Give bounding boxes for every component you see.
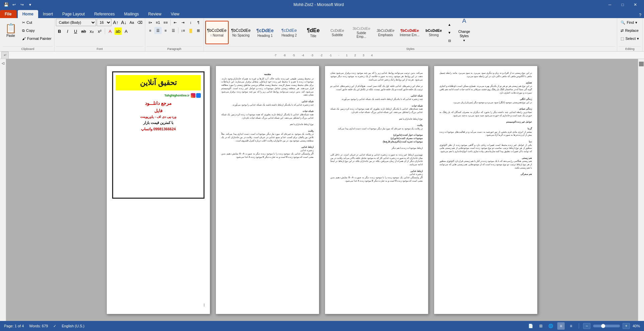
align-left-btn[interactable]: ≡ (147, 27, 154, 34)
style-strong[interactable]: bCcDdEe Strong (422, 21, 446, 44)
status-divider (579, 323, 579, 329)
style-intense-emp[interactable]: ¶bCcDdEe Intense Em... (398, 21, 421, 44)
zoom-in-btn[interactable]: + (623, 323, 630, 329)
style-intense-emp-text: ¶bCcDdEe (400, 28, 419, 32)
bullets-btn[interactable]: ≡• (147, 19, 154, 26)
web-layout-btn[interactable]: 🌐 (547, 322, 555, 330)
full-screen-btn[interactable]: ⊞ (537, 322, 545, 330)
sort-btn[interactable]: ↕ (187, 19, 194, 26)
page1-frame: تحقیق آنلاین Tahghighonline.ir مرجع دانل… (112, 71, 205, 199)
customize-quick-btn[interactable]: ▾ (27, 1, 33, 8)
tab-references[interactable]: References (89, 10, 119, 18)
borders-btn[interactable]: ⊞ (195, 27, 202, 34)
style-normal[interactable]: ¶bCcDdEe ↑ Normal (205, 21, 229, 44)
scroll-up-btn[interactable] (639, 62, 644, 66)
numbering-btn[interactable]: ≡1 (154, 19, 162, 26)
zoom-thumb[interactable] (601, 324, 605, 328)
style-emphasis[interactable]: 3bCcDdEe Emphasis (374, 21, 397, 44)
outline-view-btn[interactable]: ≡ (557, 322, 565, 330)
page-2: مقدمه در محیط زیستی طبیعی غیر زنده مانند… (216, 66, 319, 314)
print-layout-btn[interactable]: 📄 (527, 322, 535, 330)
superscript-button[interactable]: x² (96, 27, 103, 35)
yellow-advertisement-box: تحقیق آنلاین (116, 75, 201, 90)
justify-btn[interactable]: ☰ (170, 27, 177, 34)
increase-indent-btn[interactable]: ⇥ (179, 19, 187, 26)
ruler-corner-btn[interactable]: ↵ (1, 52, 9, 59)
replace-button[interactable]: ⇄ Replace (619, 27, 640, 34)
page1-cursor: | (204, 303, 205, 307)
redo-quick-btn[interactable]: ↪ (19, 1, 25, 8)
undo-quick-btn[interactable]: ↩ (11, 1, 17, 8)
line-spacing-btn[interactable]: ↕≡ (179, 27, 187, 34)
change-case-btn[interactable]: Aa (128, 19, 136, 26)
zoom-slider[interactable] (593, 325, 620, 327)
select-button[interactable]: ⬚ Select ▾ (619, 35, 641, 42)
page4-content: در این نوع زیستی نه از افراد و نه زیان و… (439, 71, 532, 176)
paste-button[interactable]: 📋 Paste (3, 19, 19, 42)
decrease-indent-btn[interactable]: ⇤ (172, 19, 179, 26)
zoom-level[interactable]: 40% (633, 324, 640, 328)
align-right-btn[interactable]: ≡ (162, 27, 169, 34)
document-area[interactable]: تحقیق آنلاین Tahghighonline.ir مرجع دانل… (6, 59, 638, 321)
tab-review[interactable]: Review (144, 10, 166, 18)
draft-view-btn[interactable]: ≡ (567, 322, 575, 330)
style-subtle-emp[interactable]: 3bCcDdEe Subtle Emp... (350, 21, 373, 44)
change-styles-icon: A (462, 19, 466, 24)
font-name-select[interactable]: Calibri (Body) (56, 19, 96, 26)
style-heading2[interactable]: ¶cDdEe Heading 2 (277, 21, 301, 44)
increase-font-btn[interactable]: A↑ (112, 19, 119, 26)
save-quick-btn[interactable]: 💾 (3, 1, 9, 8)
shading-btn[interactable]: ▓ (187, 27, 194, 34)
show-marks-btn[interactable]: ¶ (195, 19, 202, 26)
multilevel-btn[interactable]: ≡≡ (162, 19, 169, 26)
style-heading1[interactable]: ¶cDdEe Heading 1 (253, 21, 277, 44)
styles-scroll-up[interactable]: ▲ (447, 21, 452, 28)
status-bar: Page: 1 of 4 Words: 679 ✓ English (U.S.)… (0, 321, 644, 331)
align-center-btn[interactable]: ☰ (154, 27, 162, 34)
style-subtitle[interactable]: CcDdEe Subtitle (326, 21, 349, 44)
strikethrough-button[interactable]: ab (80, 27, 87, 35)
cut-button[interactable]: ✂ Cut (21, 19, 53, 26)
highlight-btn[interactable]: ab (114, 27, 122, 35)
close-btn[interactable]: ✕ (629, 1, 641, 8)
spell-check-icon[interactable]: ✓ (53, 324, 56, 328)
styles-expand[interactable]: ⊟ (447, 37, 452, 44)
font-color-btn[interactable]: A (106, 27, 114, 35)
underline-button[interactable]: U (72, 27, 79, 35)
copy-button[interactable]: ⧉ Copy (21, 27, 53, 34)
left-sidebar-toggle[interactable]: ◁ (0, 60, 6, 66)
tab-view[interactable]: View (166, 10, 184, 18)
clear-format-btn[interactable]: ⌫ (136, 19, 144, 26)
page2-heading: مقدمه (221, 73, 314, 76)
tab-page-layout[interactable]: Page Layout (58, 10, 89, 18)
subscript-button[interactable]: x₂ (88, 27, 95, 35)
minimize-btn[interactable]: ─ (604, 1, 616, 8)
italic-button[interactable]: I (64, 27, 71, 35)
find-button[interactable]: 🔍 Find ▾ (619, 19, 639, 26)
zoom-out-btn[interactable]: − (583, 323, 590, 329)
font-size-select[interactable]: 16 (97, 19, 111, 26)
language-indicator[interactable]: English (U.S.) (62, 324, 84, 328)
style-title[interactable]: ¶dEe Title (302, 21, 325, 44)
page1-taglines: مرجع دانلـــود فایل ورد-پی دی اف - پاورپ… (116, 99, 201, 133)
tab-mailings[interactable]: Mailings (119, 10, 144, 18)
change-styles-button[interactable]: Change Styles ▾ (454, 24, 474, 47)
format-painter-button[interactable]: 🖌 Format Painter (21, 35, 53, 42)
styles-scroll-down[interactable]: ▼ (447, 29, 452, 36)
help-btn[interactable]: ? (639, 13, 641, 17)
left-sidebar: ◁ (0, 59, 6, 321)
tab-home[interactable]: Home (18, 10, 38, 18)
bold-button[interactable]: B (56, 27, 63, 35)
style-heading2-label: Heading 2 (281, 34, 297, 37)
decrease-font-btn[interactable]: A↓ (120, 19, 128, 26)
tab-file[interactable]: File (0, 10, 16, 18)
text-effects-btn[interactable]: A (123, 27, 130, 35)
style-no-spacing[interactable]: ¶bCcDdEe No Spacing (229, 21, 253, 44)
maximize-btn[interactable]: □ (617, 1, 629, 8)
editing-group: 🔍 Find ▾ ⇄ Replace ⬚ Select ▾ Editing (617, 18, 643, 51)
page-4: در این نوع زیستی نه از افراد و نه زیان و… (434, 66, 538, 314)
paragraph-group: ≡• ≡1 ≡≡ ⇤ ⇥ ↕ ¶ ≡ ☰ ≡ ☰ ↕≡ ▓ ⊞ Paragrap… (145, 18, 204, 51)
style-subtitle-text: CcDdEe (330, 28, 344, 32)
tab-insert[interactable]: Insert (38, 10, 58, 18)
font-divider (105, 28, 105, 34)
